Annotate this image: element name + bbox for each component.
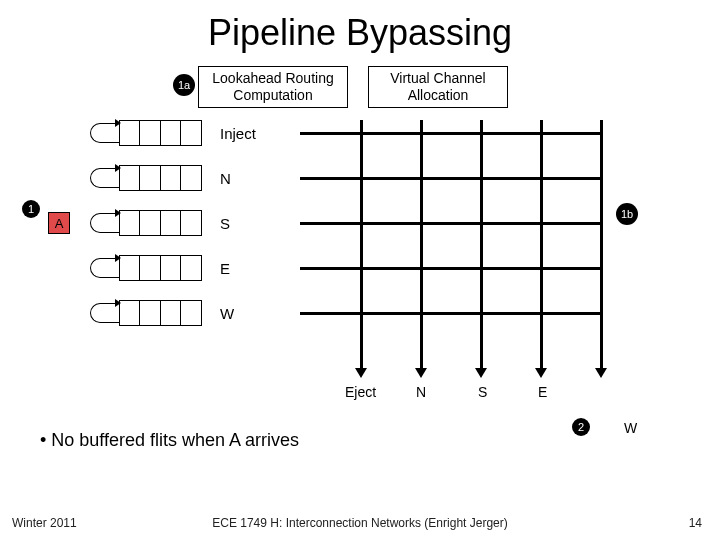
buffer-cell [160, 120, 182, 146]
buffer-cell [180, 165, 202, 191]
badge-1b: 1b [616, 203, 638, 225]
buffer-cell [119, 120, 141, 146]
buffer-e: E [90, 255, 230, 281]
crossbar [300, 120, 610, 370]
port-label-inject: Inject [220, 125, 256, 142]
buffer-cell [160, 165, 182, 191]
badge-1a: 1a [173, 74, 195, 96]
buffer-cell [180, 120, 202, 146]
buffer-cell [119, 300, 141, 326]
bullet-text: • No buffered flits when A arrives [40, 430, 299, 451]
stage-vca-label: Virtual Channel Allocation [390, 70, 485, 104]
out-w: W [624, 420, 637, 436]
buffer-cell [180, 210, 202, 236]
buffer-cell [139, 120, 161, 146]
port-label-s: S [220, 215, 230, 232]
loopback-icon [90, 303, 120, 323]
slide-title: Pipeline Bypassing [0, 12, 720, 54]
buffer-cell [119, 210, 141, 236]
out-n: N [416, 384, 426, 400]
flit-a-label: A [55, 216, 64, 231]
loopback-icon [90, 123, 120, 143]
buffer-cell [180, 255, 202, 281]
buffer-cell [139, 210, 161, 236]
buffer-cell [160, 300, 182, 326]
flit-a: A [48, 212, 70, 234]
buffer-cell [180, 300, 202, 326]
buffer-inject: Inject [90, 120, 256, 146]
out-eject: Eject [345, 384, 376, 400]
footer-course: ECE 1749 H: Interconnection Networks (En… [0, 516, 720, 530]
loopback-icon [90, 168, 120, 188]
buffer-w: W [90, 300, 234, 326]
footer-page-number: 14 [689, 516, 702, 530]
buffer-s: S [90, 210, 230, 236]
stage-lookahead-label: Lookahead Routing Computation [212, 70, 333, 104]
stage-vca: Virtual Channel Allocation [368, 66, 508, 108]
buffer-cell [160, 255, 182, 281]
port-label-e: E [220, 260, 230, 277]
port-label-w: W [220, 305, 234, 322]
out-s: S [478, 384, 487, 400]
badge-2: 2 [572, 418, 590, 436]
stage-lookahead: Lookahead Routing Computation [198, 66, 348, 108]
port-label-n: N [220, 170, 231, 187]
buffer-cell [160, 210, 182, 236]
buffer-cell [119, 255, 141, 281]
buffer-cell [139, 255, 161, 281]
buffer-n: N [90, 165, 231, 191]
badge-1: 1 [22, 200, 40, 218]
loopback-icon [90, 213, 120, 233]
buffer-cell [119, 165, 141, 191]
buffer-cell [139, 300, 161, 326]
out-e: E [538, 384, 547, 400]
buffer-cell [139, 165, 161, 191]
loopback-icon [90, 258, 120, 278]
